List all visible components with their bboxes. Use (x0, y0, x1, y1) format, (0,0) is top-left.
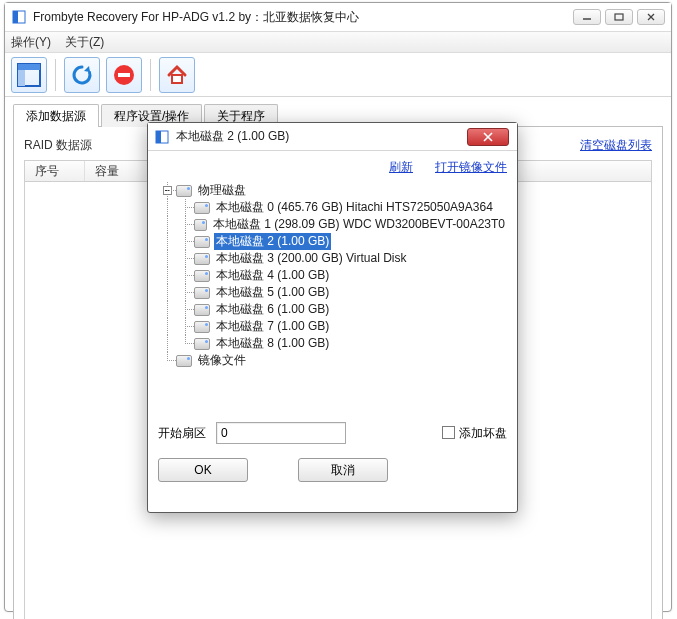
tree-disk-0[interactable]: 本地磁盘 0 (465.76 GB) Hitachi HTS725050A9A3… (158, 199, 507, 216)
stop-button[interactable] (106, 57, 142, 93)
svg-rect-3 (615, 14, 623, 20)
pane-title: RAID 数据源 (24, 137, 92, 154)
tree-disk-7[interactable]: 本地磁盘 7 (1.00 GB) (158, 318, 507, 335)
tree-disk-1[interactable]: 本地磁盘 1 (298.09 GB) WDC WD3200BEVT-00A23T… (158, 216, 507, 233)
open-image-link[interactable]: 打开镜像文件 (435, 159, 507, 176)
dialog-links: 刷新 打开镜像文件 (158, 159, 507, 176)
disk-icon (194, 253, 210, 265)
window-controls (573, 9, 665, 25)
app-icon (154, 129, 170, 145)
dialog-body: 刷新 打开镜像文件 物理磁盘 本地磁盘 0 (465.76 GB) Hitach… (148, 150, 517, 492)
disk-icon (194, 321, 210, 333)
disk-icon (194, 270, 210, 282)
toolbar (5, 53, 671, 97)
disk-icon (176, 355, 192, 367)
start-sector-row: 开始扇区 添加坏盘 (158, 422, 507, 444)
window-title: Frombyte Recovery For HP-ADG v1.2 by：北亚数… (33, 9, 573, 26)
disk-icon (194, 202, 210, 214)
col-num[interactable]: 序号 (25, 161, 85, 181)
refresh-link[interactable]: 刷新 (389, 159, 413, 176)
disk-icon (194, 219, 207, 231)
refresh-button[interactable] (64, 57, 100, 93)
layout-icon (17, 63, 41, 87)
dialog-close-button[interactable] (467, 128, 509, 146)
menu-bar: 操作(Y) 关于(Z) (5, 31, 671, 53)
collapse-icon[interactable] (163, 186, 172, 195)
svg-rect-10 (118, 73, 130, 77)
dialog-buttons: OK 取消 (158, 458, 507, 482)
disk-icon (194, 236, 210, 248)
tree-disk-8[interactable]: 本地磁盘 8 (1.00 GB) (158, 335, 507, 352)
svg-rect-1 (13, 11, 18, 23)
tree-image-files[interactable]: 镜像文件 (158, 352, 507, 369)
tree-physical-disks[interactable]: 物理磁盘 (158, 182, 507, 199)
tree-disk-3[interactable]: 本地磁盘 3 (200.00 GB) Virtual Disk (158, 250, 507, 267)
tree-disk-4[interactable]: 本地磁盘 4 (1.00 GB) (158, 267, 507, 284)
refresh-icon (70, 63, 94, 87)
checkbox-icon (442, 426, 455, 439)
start-sector-input[interactable] (216, 422, 346, 444)
disk-tree[interactable]: 物理磁盘 本地磁盘 0 (465.76 GB) Hitachi HTS72505… (158, 180, 507, 408)
home-button[interactable] (159, 57, 195, 93)
disk-icon (194, 304, 210, 316)
menu-about[interactable]: 关于(Z) (65, 34, 104, 51)
tree-disk-6[interactable]: 本地磁盘 6 (1.00 GB) (158, 301, 507, 318)
svg-rect-7 (18, 64, 40, 70)
toolbar-separator (150, 59, 151, 91)
svg-rect-11 (172, 75, 182, 83)
disk-icon (176, 185, 192, 197)
layout-button[interactable] (11, 57, 47, 93)
toolbar-separator (55, 59, 56, 91)
maximize-button[interactable] (605, 9, 633, 25)
start-sector-label: 开始扇区 (158, 425, 206, 442)
close-button[interactable] (637, 9, 665, 25)
stop-icon (112, 63, 136, 87)
close-icon (482, 132, 494, 142)
tab-add-source[interactable]: 添加数据源 (13, 104, 99, 127)
cancel-button[interactable]: 取消 (298, 458, 388, 482)
app-icon (11, 9, 27, 25)
disk-dialog: 本地磁盘 2 (1.00 GB) 刷新 打开镜像文件 物理磁盘 本地磁盘 0 (… (147, 122, 518, 513)
svg-rect-8 (18, 70, 25, 86)
tree-disk-5[interactable]: 本地磁盘 5 (1.00 GB) (158, 284, 507, 301)
dialog-title-bar: 本地磁盘 2 (1.00 GB) (148, 123, 517, 150)
dialog-title: 本地磁盘 2 (1.00 GB) (176, 128, 467, 145)
add-bad-checkbox[interactable]: 添加坏盘 (442, 425, 507, 442)
home-icon (165, 63, 189, 87)
title-bar: Frombyte Recovery For HP-ADG v1.2 by：北亚数… (5, 3, 671, 31)
disk-icon (194, 287, 210, 299)
disk-icon (194, 338, 210, 350)
minimize-button[interactable] (573, 9, 601, 25)
tree-disk-2[interactable]: 本地磁盘 2 (1.00 GB) (158, 233, 507, 250)
menu-action[interactable]: 操作(Y) (11, 34, 51, 51)
ok-button[interactable]: OK (158, 458, 248, 482)
clear-disk-list-link[interactable]: 清空磁盘列表 (580, 137, 652, 154)
svg-rect-13 (156, 131, 161, 143)
